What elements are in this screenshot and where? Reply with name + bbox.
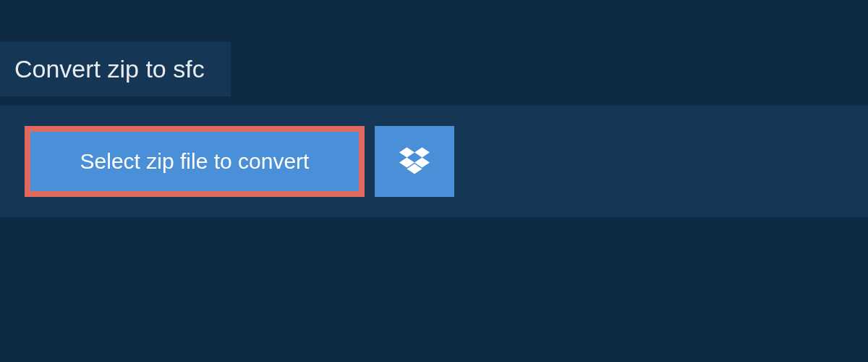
page-title: Convert zip to sfc [14, 55, 205, 83]
select-file-button[interactable]: Select zip file to convert [25, 126, 365, 197]
conversion-page: Convert zip to sfc Select zip file to co… [0, 0, 868, 362]
select-file-label: Select zip file to convert [80, 149, 310, 174]
upload-button-row: Select zip file to convert [25, 126, 843, 197]
upload-panel: Select zip file to convert [0, 106, 868, 217]
dropbox-icon [399, 145, 430, 178]
page-title-tab: Convert zip to sfc [0, 42, 231, 96]
dropbox-button[interactable] [375, 126, 454, 197]
